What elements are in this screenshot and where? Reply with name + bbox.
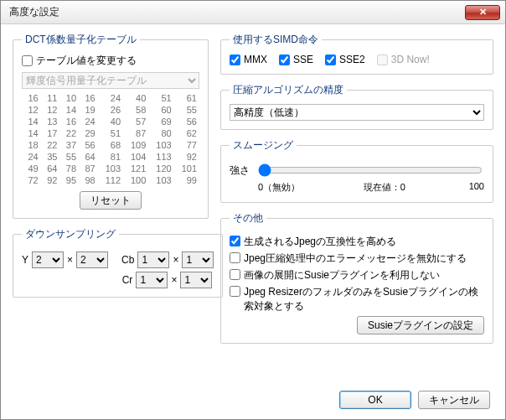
qtable-cell: 57 — [123, 116, 148, 127]
dialog-footer: OK キャンセル — [339, 391, 490, 409]
qtable-cell: 40 — [123, 92, 148, 104]
titlebar: 高度な設定 ✕ — [1, 1, 505, 24]
window-title: 高度な設定 — [9, 5, 465, 19]
ds-cb-v[interactable]: 1 — [182, 251, 214, 268]
ds-y-label: Y — [22, 254, 28, 266]
ds-cr-v[interactable]: 1 — [180, 272, 212, 288]
simd-sse[interactable]: SSE — [279, 54, 313, 65]
close-button[interactable]: ✕ — [465, 5, 500, 20]
qtable-cell: 78 — [59, 163, 79, 174]
ds-cb-h[interactable]: 1 — [137, 251, 169, 268]
smoothing-group: スムージング 強さ 0（無効） 現在値：0 100 — [220, 138, 493, 203]
qtable-cell: 16 — [79, 92, 98, 104]
qtable-cell: 13 — [41, 116, 60, 127]
compress-select[interactable]: 高精度（低速） — [230, 104, 484, 121]
qtable-cell: 12 — [22, 104, 41, 116]
qtable-cell: 22 — [59, 127, 79, 139]
ds-y-v[interactable]: 2 — [76, 251, 108, 268]
qtable-cell: 60 — [148, 104, 173, 116]
qtable-cell: 11 — [41, 92, 60, 104]
downsample-legend: ダウンサンプリング — [22, 227, 119, 241]
downsample-group: ダウンサンプリング Y 2 × 2 Cb 1 × 1 — [13, 227, 223, 298]
qtable-cell: 121 — [123, 163, 148, 174]
qtable-cell: 64 — [41, 163, 60, 174]
qtable-cell: 55 — [59, 151, 79, 163]
dct-modify-input[interactable] — [22, 55, 33, 66]
other-opt1[interactable]: 生成されるJpegの互換性を高める — [230, 235, 484, 249]
qtable-cell: 68 — [98, 139, 123, 151]
qtable-cell: 62 — [174, 127, 199, 139]
qtable-cell: 109 — [123, 139, 148, 151]
qtable-cell: 92 — [41, 174, 60, 186]
dct-reset-button[interactable]: リセット — [80, 191, 142, 210]
qtable-cell: 98 — [79, 174, 98, 186]
qtable-cell: 87 — [123, 127, 148, 139]
qtable-cell: 100 — [123, 174, 148, 186]
qtable-cell: 26 — [98, 104, 123, 116]
other-legend: その他 — [230, 211, 266, 226]
qtable-cell: 69 — [148, 116, 173, 127]
ds-cr-h[interactable]: 1 — [136, 272, 168, 288]
qtable-cell: 17 — [41, 127, 60, 139]
qtable-cell: 72 — [22, 174, 41, 186]
simd-3dnow: 3D Now! — [377, 54, 430, 65]
qtable-cell: 92 — [174, 151, 199, 163]
dct-legend: DCT係数量子化テーブル — [22, 33, 140, 47]
close-icon: ✕ — [479, 7, 487, 18]
other-opt2[interactable]: Jpeg圧縮処理中のエラーメッセージを無効にする — [230, 251, 484, 266]
smoothing-zero: 0（無効） — [258, 181, 300, 194]
qtable-cell: 24 — [79, 116, 98, 127]
susie-settings-button[interactable]: Susieプラグインの設定 — [357, 316, 484, 334]
qtable-cell: 80 — [148, 127, 173, 139]
qtable-cell: 113 — [148, 151, 173, 163]
qtable-cell: 16 — [22, 92, 41, 104]
dct-quant-table: 1611101624405161121214192658605514131624… — [22, 92, 199, 186]
dct-modify-checkbox[interactable]: テーブル値を変更する — [22, 54, 137, 68]
qtable-cell: 56 — [79, 139, 98, 151]
other-opt4[interactable]: Jpeg ResizerのフォルダのみをSusieプラグインの検索対象とする — [230, 285, 484, 314]
qtable-cell: 37 — [59, 139, 79, 151]
qtable-cell: 101 — [174, 163, 199, 174]
qtable-cell: 14 — [22, 116, 41, 127]
simd-mmx[interactable]: MMX — [230, 54, 267, 65]
qtable-cell: 40 — [98, 116, 123, 127]
qtable-cell: 112 — [98, 174, 123, 186]
smoothing-legend: スムージング — [230, 138, 297, 153]
dct-group: DCT係数量子化テーブル テーブル値を変更する 輝度信号用量子化テーブル 161… — [13, 33, 209, 219]
smoothing-strength-label: 強さ — [230, 163, 250, 178]
qtable-cell: 14 — [22, 127, 41, 139]
ds-cb-label: Cb — [121, 254, 134, 266]
qtable-cell: 10 — [59, 92, 79, 104]
simd-sse2[interactable]: SSE2 — [325, 54, 365, 65]
qtable-cell: 16 — [59, 116, 79, 127]
qtable-cell: 35 — [41, 151, 60, 163]
qtable-cell: 19 — [79, 104, 98, 116]
qtable-cell: 61 — [174, 92, 199, 104]
qtable-cell: 51 — [148, 92, 173, 104]
qtable-cell: 103 — [98, 163, 123, 174]
qtable-cell: 99 — [174, 174, 199, 186]
qtable-cell: 120 — [148, 163, 173, 174]
qtable-cell: 64 — [79, 151, 98, 163]
other-group: その他 生成されるJpegの互換性を高める Jpeg圧縮処理中のエラーメッセージ… — [220, 211, 493, 344]
qtable-cell: 24 — [22, 151, 41, 163]
ds-cr-label: Cr — [122, 274, 133, 286]
simd-legend: 使用するSIMD命令 — [230, 33, 322, 47]
smoothing-slider[interactable] — [258, 163, 483, 178]
ok-button[interactable]: OK — [339, 391, 411, 409]
smoothing-max: 100 — [469, 181, 484, 194]
qtable-cell: 87 — [79, 163, 98, 174]
qtable-cell: 12 — [41, 104, 60, 116]
qtable-cell: 18 — [22, 139, 41, 151]
dct-table-select[interactable]: 輝度信号用量子化テーブル — [22, 72, 199, 89]
ds-y-h[interactable]: 2 — [32, 251, 64, 268]
cancel-button[interactable]: キャンセル — [418, 391, 490, 409]
qtable-cell: 51 — [98, 127, 123, 139]
qtable-cell: 55 — [174, 104, 199, 116]
qtable-cell: 104 — [123, 151, 148, 163]
qtable-cell: 22 — [41, 139, 60, 151]
qtable-cell: 29 — [79, 127, 98, 139]
other-opt3[interactable]: 画像の展開にSusieプラグインを利用しない — [230, 268, 484, 283]
qtable-cell: 49 — [22, 163, 41, 174]
qtable-cell: 103 — [148, 139, 173, 151]
